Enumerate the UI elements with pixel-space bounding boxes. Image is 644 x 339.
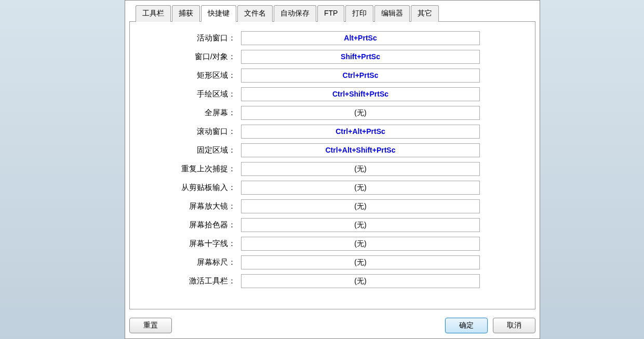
- hotkey-label: 屏幕拾色器：: [142, 220, 241, 230]
- tab-bar: 工具栏 捕获 快捷键 文件名 自动保存 FTP 打印 编辑器 其它: [136, 5, 535, 21]
- hotkey-input-magnifier[interactable]: (无): [241, 199, 480, 213]
- hotkey-input-freehand-region[interactable]: Ctrl+Shift+PrtSc: [241, 87, 480, 101]
- hotkey-row-activate-toolbar: 激活工具栏： (无): [142, 274, 522, 288]
- hotkey-row-magnifier: 屏幕放大镜： (无): [142, 199, 522, 213]
- hotkey-row-ruler: 屏幕标尺： (无): [142, 255, 522, 269]
- tab-capture[interactable]: 捕获: [172, 5, 200, 22]
- hotkey-row-repeat-last: 重复上次捕捉： (无): [142, 162, 522, 176]
- hotkey-row-window-object: 窗口/对象： Shift+PrtSc: [142, 50, 522, 64]
- tab-editor[interactable]: 编辑器: [374, 5, 410, 22]
- hotkey-row-active-window: 活动窗口： Alt+PrtSc: [142, 31, 522, 45]
- hotkey-label: 屏幕放大镜：: [142, 201, 241, 211]
- hotkey-label: 窗口/对象：: [142, 52, 241, 62]
- hotkey-label: 手绘区域：: [142, 89, 241, 99]
- tab-toolbar[interactable]: 工具栏: [136, 5, 171, 22]
- hotkey-input-activate-toolbar[interactable]: (无): [241, 274, 480, 288]
- hotkey-row-fixed-region: 固定区域： Ctrl+Alt+Shift+PrtSc: [142, 143, 522, 157]
- hotkey-input-rect-region[interactable]: Ctrl+PrtSc: [241, 69, 480, 83]
- hotkey-row-rect-region: 矩形区域： Ctrl+PrtSc: [142, 69, 522, 83]
- tab-hotkeys[interactable]: 快捷键: [201, 5, 236, 22]
- hotkey-input-fixed-region[interactable]: Ctrl+Alt+Shift+PrtSc: [241, 143, 480, 157]
- hotkey-label: 固定区域：: [142, 145, 241, 155]
- hotkey-row-scrolling-window: 滚动窗口： Ctrl+Alt+PrtSc: [142, 125, 522, 139]
- hotkey-row-from-clipboard: 从剪贴板输入： (无): [142, 181, 522, 195]
- hotkey-row-color-picker: 屏幕拾色器： (无): [142, 218, 522, 232]
- hotkey-label: 矩形区域：: [142, 71, 241, 80]
- hotkey-input-repeat-last[interactable]: (无): [241, 162, 480, 176]
- hotkey-label: 全屏幕：: [142, 108, 241, 118]
- tab-filename[interactable]: 文件名: [237, 5, 273, 22]
- hotkey-input-active-window[interactable]: Alt+PrtSc: [241, 31, 480, 45]
- ok-button[interactable]: 确定: [445, 318, 488, 333]
- hotkey-row-fullscreen: 全屏幕： (无): [142, 106, 522, 120]
- hotkey-label: 激活工具栏：: [142, 276, 241, 286]
- hotkeys-panel: 活动窗口： Alt+PrtSc 窗口/对象： Shift+PrtSc 矩形区域：…: [129, 21, 535, 309]
- hotkey-row-crosshair: 屏幕十字线： (无): [142, 237, 522, 251]
- hotkey-label: 屏幕标尺：: [142, 257, 241, 267]
- hotkey-input-scrolling-window[interactable]: Ctrl+Alt+PrtSc: [241, 125, 480, 139]
- hotkey-input-from-clipboard[interactable]: (无): [241, 181, 480, 195]
- tab-autosave[interactable]: 自动保存: [274, 5, 316, 22]
- settings-dialog: 工具栏 捕获 快捷键 文件名 自动保存 FTP 打印 编辑器 其它 活动窗口： …: [125, 0, 540, 339]
- hotkey-input-crosshair[interactable]: (无): [241, 237, 480, 251]
- tab-other[interactable]: 其它: [411, 5, 439, 22]
- cancel-button[interactable]: 取消: [493, 318, 535, 333]
- hotkey-input-ruler[interactable]: (无): [241, 255, 480, 269]
- reset-button[interactable]: 重置: [129, 318, 172, 333]
- hotkey-label: 重复上次捕捉：: [142, 164, 241, 174]
- hotkey-input-window-object[interactable]: Shift+PrtSc: [241, 50, 480, 64]
- hotkey-input-fullscreen[interactable]: (无): [241, 106, 480, 120]
- tab-ftp[interactable]: FTP: [317, 5, 344, 22]
- hotkey-row-freehand-region: 手绘区域： Ctrl+Shift+PrtSc: [142, 87, 522, 101]
- hotkey-label: 滚动窗口：: [142, 127, 241, 137]
- hotkey-input-color-picker[interactable]: (无): [241, 218, 480, 232]
- hotkey-label: 从剪贴板输入：: [142, 183, 241, 193]
- button-bar: 重置 确定 取消: [129, 318, 535, 333]
- hotkey-label: 活动窗口：: [142, 33, 241, 43]
- tab-print[interactable]: 打印: [345, 5, 373, 22]
- hotkey-label: 屏幕十字线：: [142, 239, 241, 249]
